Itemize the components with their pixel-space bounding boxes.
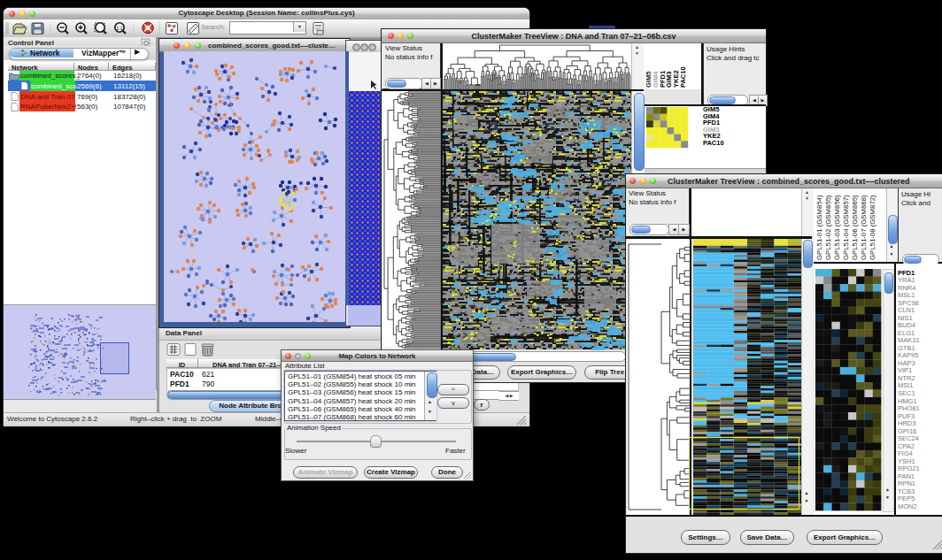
svg-text:GPL51-03 (GSM856): GPL51-03 (GSM856) (833, 195, 841, 260)
svg-text:GPL51-01 (GSM854): GPL51-01 (GSM854) (815, 195, 823, 260)
svg-text:PAC10: PAC10 (679, 66, 687, 88)
svg-text:GPL51-07 (GSM868): GPL51-07 (GSM868) (860, 195, 868, 260)
svg-text:GPL51-08 (GSM872): GPL51-08 (GSM872) (869, 195, 876, 260)
svg-text:GPL51-04 (GSM857): GPL51-04 (GSM857) (842, 195, 850, 260)
svg-text:1:1: 1:1 (116, 26, 123, 31)
svg-text:GPL51-02 (GSM855): GPL51-02 (GSM855) (824, 195, 832, 260)
svg-text:GPL51-06 (GSM865): GPL51-06 (GSM865) (851, 195, 859, 260)
